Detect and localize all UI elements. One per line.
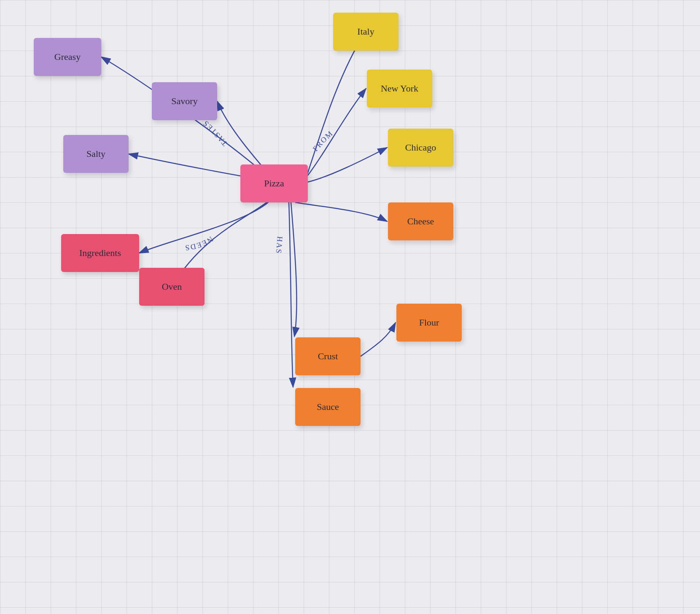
node-cheese[interactable]: Cheese bbox=[388, 202, 453, 240]
tastes-label: TASTES bbox=[201, 118, 229, 148]
node-salty[interactable]: Salty bbox=[63, 135, 129, 173]
node-pizza[interactable]: Pizza bbox=[240, 164, 308, 202]
node-crust[interactable]: Crust bbox=[295, 337, 361, 375]
node-oven[interactable]: Oven bbox=[139, 268, 205, 306]
connections-svg: TASTES FROM NEEDS bbox=[0, 0, 700, 614]
node-savory[interactable]: Savory bbox=[152, 82, 217, 120]
node-ingredients[interactable]: Ingredients bbox=[61, 234, 139, 272]
node-newyork[interactable]: New York bbox=[367, 70, 432, 108]
mind-map-canvas: TASTES FROM NEEDS bbox=[0, 0, 700, 614]
node-greasy[interactable]: Greasy bbox=[34, 38, 101, 76]
node-italy[interactable]: Italy bbox=[333, 13, 398, 51]
has-label: HAS bbox=[275, 236, 284, 254]
node-sauce[interactable]: Sauce bbox=[295, 388, 361, 426]
needs-label: NEEDS bbox=[184, 235, 215, 252]
node-flour[interactable]: Flour bbox=[396, 304, 462, 342]
node-chicago[interactable]: Chicago bbox=[388, 129, 453, 167]
